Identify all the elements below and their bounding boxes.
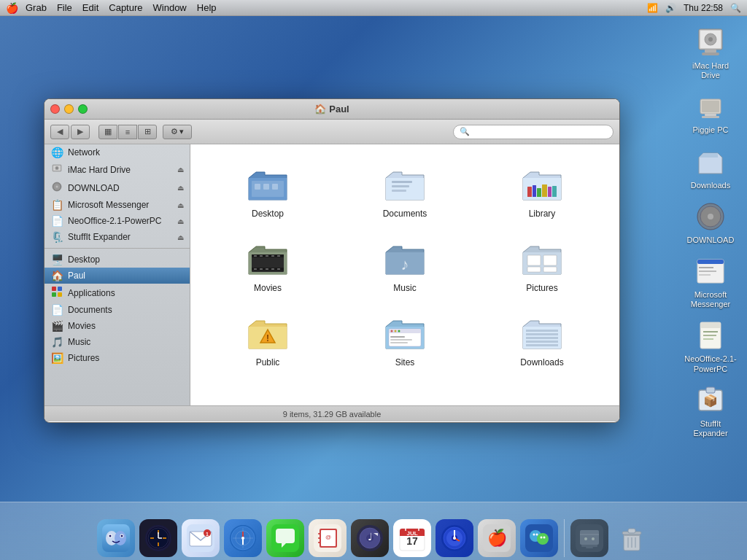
svg-rect-157 (628, 529, 635, 533)
finder-body: 🌐 Network iMac Hard Drive ⏏ (44, 144, 619, 405)
volume-icon[interactable]: 🔊 (665, 3, 676, 13)
svg-rect-8 (705, 114, 716, 116)
downloads-label: Downloads (691, 181, 730, 190)
svg-point-73 (395, 330, 397, 332)
dock-item-mail[interactable]: 1 (182, 519, 220, 557)
minimize-button[interactable] (64, 104, 74, 114)
pictures-label: Pictures (526, 283, 557, 293)
sidebar-item-paul[interactable]: 🏠 Paul (44, 268, 190, 284)
sidebar-label-applications: Applications (68, 288, 184, 298)
eject-icon-5[interactable]: ⏏ (177, 233, 184, 241)
desktop-icon-downloads[interactable]: Downloads (681, 141, 740, 193)
dock-item-ical[interactable]: JUL 17 (393, 519, 431, 557)
svg-point-137 (453, 537, 456, 540)
file-icon-pictures[interactable]: Pictures (476, 230, 608, 299)
file-icon-desktop[interactable]: Desktop (202, 156, 333, 225)
desktop-icon-piggie-pc[interactable]: Piggie PC (681, 86, 740, 138)
finder-titlebar: 🏠 Paul (44, 99, 619, 120)
menu-help[interactable]: Help (197, 2, 217, 13)
eject-icon-4[interactable]: ⏏ (177, 217, 184, 225)
forward-button[interactable]: ▶ (71, 125, 90, 139)
dock-item-addressbook[interactable]: @ (309, 519, 347, 557)
sidebar-label-network: Network (68, 147, 184, 158)
desktop-icon-download[interactable]: DOWNLOAD (681, 196, 740, 248)
dock-item-finder[interactable] (97, 519, 135, 557)
desktop-icon-ms-messenger[interactable]: Microsoft Messenger (681, 251, 740, 312)
sidebar-item-stuffit[interactable]: 🗜️ StuffIt Expander ⏏ (44, 229, 190, 245)
sidebar-item-neooffice[interactable]: 📄 NeoOffice-2.1-PowerPC ⏏ (44, 213, 190, 229)
finder-title-icon: 🏠 (314, 104, 326, 114)
icon-view-button[interactable]: ▦ (98, 125, 117, 139)
dock-item-trash[interactable] (613, 519, 651, 557)
dock-item-network[interactable] (570, 519, 608, 557)
network-icon: 🌐 (50, 147, 63, 158)
imac-hd-icon (693, 25, 728, 60)
svg-rect-38 (255, 184, 260, 190)
menu-window[interactable]: Window (153, 2, 187, 13)
sidebar-item-documents[interactable]: 📄 Documents (44, 302, 190, 318)
movies-icon: 🎬 (50, 320, 63, 332)
file-icon-music[interactable]: ♪ Music (339, 230, 471, 299)
file-icon-sites[interactable]: Sites (339, 305, 471, 373)
search-box[interactable]: 🔍 (453, 125, 614, 139)
menu-grab[interactable]: Grab (26, 2, 47, 13)
dock-item-safari[interactable] (224, 519, 262, 557)
svg-rect-76 (390, 339, 412, 341)
svg-rect-67 (543, 267, 557, 272)
sidebar-item-network[interactable]: 🌐 Network (44, 144, 190, 160)
sidebar-label-stuffit: StuffIt Expander (68, 232, 173, 242)
sidebar-item-imac-hd[interactable]: iMac Hard Drive ⏏ (44, 160, 190, 179)
list-view-button[interactable]: ≡ (118, 125, 137, 139)
menu-file[interactable]: File (57, 2, 72, 13)
spotlight-icon[interactable]: 🔍 (730, 3, 741, 13)
eject-icon[interactable]: ⏏ (177, 166, 184, 174)
downloads-folder-icon (520, 311, 564, 354)
dock-item-ichat[interactable] (266, 519, 304, 557)
maximize-button[interactable] (78, 104, 88, 114)
close-button[interactable] (50, 104, 60, 114)
sidebar-item-applications[interactable]: Applications (44, 284, 190, 302)
svg-point-29 (56, 168, 58, 169)
sidebar-item-download[interactable]: DOWNLOAD ⏏ (44, 179, 190, 197)
file-icon-movies[interactable]: Movies (202, 230, 333, 299)
svg-point-72 (391, 330, 393, 332)
gear-icon: ⚙ (171, 127, 178, 136)
desktop-icon-stuffit[interactable]: 📦 StuffIt Expander (681, 380, 740, 441)
downloads-icon (693, 144, 728, 179)
finder-window: 🏠 Paul ◀ ▶ ▦ ≡ ⊞ ⚙ ▾ 🔍 🌐 Network (44, 98, 620, 423)
column-view-button[interactable]: ⊞ (138, 125, 157, 139)
svg-rect-24 (706, 387, 715, 393)
ms-messenger-icon (693, 254, 728, 289)
sidebar-item-ms-messenger[interactable]: 📋 Microsoft Messenger ⏏ (44, 197, 190, 213)
clock-display: Thu 22:58 (684, 3, 723, 13)
sidebar-item-desktop[interactable]: 🖥️ Desktop (44, 252, 190, 268)
eject-icon-3[interactable]: ⏏ (177, 201, 184, 209)
sidebar-item-movies[interactable]: 🎬 Movies (44, 318, 190, 334)
svg-text:17: 17 (406, 535, 418, 547)
action-button[interactable]: ⚙ ▾ (163, 125, 192, 139)
svg-rect-56 (271, 255, 274, 257)
sidebar-label-download: DOWNLOAD (68, 183, 173, 193)
desktop-icon-imac-hd[interactable]: iMac Hard Drive (681, 22, 740, 83)
dock-item-apple[interactable]: 🍎 (478, 519, 516, 557)
menu-items: Grab File Edit Capture Window Help (26, 2, 217, 13)
dock-item-itunes[interactable]: ♩ (351, 519, 389, 557)
menu-edit[interactable]: Edit (82, 2, 98, 13)
sidebar-item-music[interactable]: 🎵 Music (44, 334, 190, 350)
messenger-dock-icon (520, 519, 558, 557)
dock-item-messenger[interactable] (520, 519, 558, 557)
file-icon-library[interactable]: Library (476, 156, 608, 225)
dock-item-quicktime[interactable] (436, 519, 473, 557)
file-icon-public[interactable]: ! Public (202, 305, 333, 373)
search-input[interactable] (473, 128, 607, 136)
file-icon-downloads[interactable]: Downloads (476, 305, 608, 373)
desktop-icon-neooffice[interactable]: NeoOffice-2.1-PowerPC (681, 315, 740, 376)
sidebar-item-pictures[interactable]: 🖼️ Pictures (44, 350, 190, 366)
eject-icon-2[interactable]: ⏏ (177, 184, 184, 192)
menu-capture[interactable]: Capture (109, 2, 142, 13)
dock-item-clock[interactable] (139, 519, 177, 557)
svg-point-146 (543, 537, 545, 539)
back-button[interactable]: ◀ (50, 125, 69, 139)
apple-menu[interactable]: 🍎 (6, 2, 18, 14)
file-icon-documents[interactable]: Documents (339, 156, 471, 225)
